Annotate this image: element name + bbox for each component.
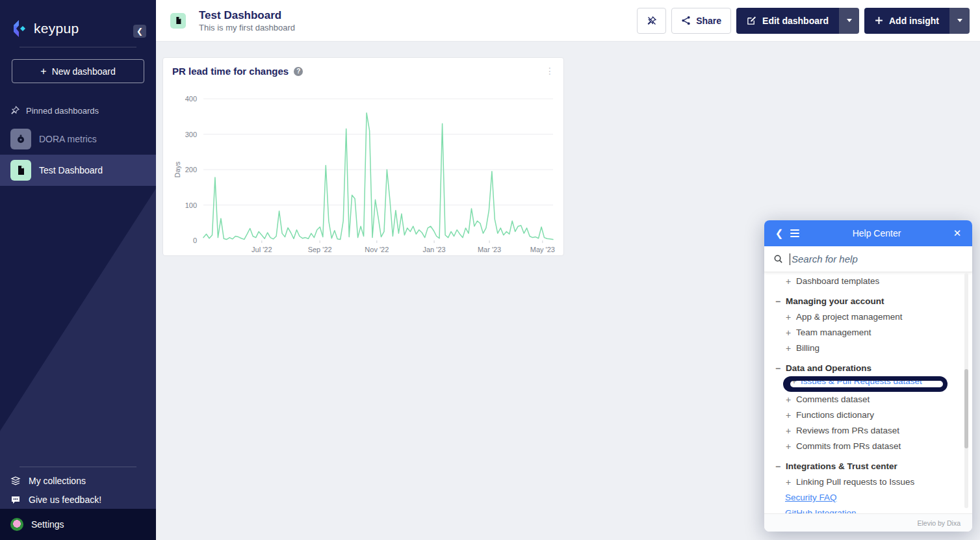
edit-dashboard-dropdown[interactable] [839,8,859,34]
search-icon [773,254,783,264]
unpin-button[interactable] [637,8,666,34]
help-item[interactable]: +Linking Pull requests to Issues [764,474,972,490]
collapse-minus-icon: − [775,361,786,376]
help-item[interactable]: +Functions dictionary [764,407,972,423]
expand-plus-icon: + [786,274,796,289]
share-icon [681,16,691,25]
svg-text:Jul '22: Jul '22 [251,246,272,253]
expand-plus-icon: + [786,325,796,341]
help-link[interactable]: Security FAQ [764,490,972,506]
unpin-icon [647,16,657,26]
svg-text:0: 0 [193,237,197,244]
edit-dashboard-button-group: Edit dashboard [736,8,859,34]
expand-plus-icon: + [786,439,796,454]
sidebar-item-test-dashboard[interactable]: Test Dashboard [0,155,156,186]
svg-text:100: 100 [185,201,197,209]
svg-text:200: 200 [185,166,197,174]
chart-help-icon[interactable]: ? [294,67,303,76]
chart-card: PR lead time for changes ? ⋮ 01002003004… [162,57,564,256]
settings-item[interactable]: Settings [0,509,156,540]
help-search-input[interactable] [792,253,963,264]
svg-text:Nov '22: Nov '22 [365,246,389,253]
page-header: Test Dashboard This is my first dashboar… [156,0,980,42]
help-section-header[interactable]: −Data and Operations [764,361,972,376]
sidebar-bottom-divider [19,467,136,467]
caret-down-icon [957,19,962,22]
help-center-header: ❮ Help Center ✕ [764,220,972,246]
dora-metrics-icon [10,129,31,149]
pinned-dashboards-label: Pinned dashboards [0,97,156,123]
sidebar: keypup ❮ + New dashboard Pinned dashboar… [0,0,156,540]
help-item-highlighted[interactable]: +Issues & Pull Requests dataset [783,376,948,392]
new-dashboard-button[interactable]: + New dashboard [12,59,144,83]
expand-plus-icon: + [786,474,796,490]
plus-icon: + [40,66,46,77]
help-item[interactable]: +Dashboard templates [764,274,972,289]
expand-plus-icon: + [786,407,796,423]
page-subtitle: This is my first dashboard [199,23,295,32]
help-section-header[interactable]: −Integrations & Trust center [764,459,972,474]
user-avatar [10,518,23,531]
help-scrollbar-track[interactable] [964,273,968,508]
collapse-minus-icon: − [775,459,786,474]
help-center-panel: ❮ Help Center ✕ +Dashboard templates−Man… [764,220,972,532]
pr-lead-time-chart: 0100200300400Jul '22Sep '22Nov '22Jan '2… [163,77,563,265]
collapse-minus-icon: − [775,294,786,309]
collections-stack-icon [10,476,21,486]
expand-plus-icon: + [786,392,796,407]
my-collections-link[interactable]: My collections [0,471,156,490]
expand-plus-icon: + [786,309,796,325]
caret-down-icon [847,19,852,22]
svg-text:May '23: May '23 [530,246,555,253]
logo-text: keypup [34,21,79,36]
help-center-title: Help Center [803,228,950,238]
help-footer: Elevio by Dixa [764,513,972,532]
help-item[interactable]: +Team management [764,325,972,341]
page-title-block: Test Dashboard This is my first dashboar… [199,8,295,32]
svg-text:300: 300 [185,131,197,138]
edit-dashboard-button[interactable]: Edit dashboard [736,8,839,34]
sidebar-divider [19,47,136,47]
logo: keypup ❮ [0,0,156,38]
plus-icon [875,16,883,25]
svg-text:Days: Days [174,161,181,178]
svg-text:Jan '23: Jan '23 [423,246,446,253]
help-section-header[interactable]: −Managing your account [764,294,972,309]
menu-icon[interactable] [786,229,803,237]
edit-icon [747,16,756,25]
share-button[interactable]: Share [671,8,731,34]
give-feedback-link[interactable]: Give us feedback! [0,490,156,509]
back-icon[interactable]: ❮ [772,227,786,239]
add-insight-button-group: Add insight [864,8,970,34]
help-link[interactable]: GitHub Integration [764,506,972,513]
sidebar-collapse-button[interactable]: ❮ [133,25,146,38]
sidebar-item-dora-metrics[interactable]: DORA metrics [0,123,156,155]
elevio-branding: Elevio by Dixa [917,519,961,527]
svg-text:400: 400 [185,95,197,103]
help-scrollbar-thumb[interactable] [964,369,968,448]
add-insight-dropdown[interactable] [949,8,970,34]
help-item[interactable]: +App & project management [764,309,972,325]
help-item[interactable]: +Comments dataset [764,392,972,407]
help-item[interactable]: +Reviews from PRs dataset [764,423,972,439]
keypup-logo-icon [10,19,29,38]
help-article-list: +Dashboard templates−Managing your accou… [764,272,972,513]
help-search-row [764,246,972,272]
help-item[interactable]: +Commits from PRs dataset [764,439,972,454]
page-title: Test Dashboard [199,8,295,23]
text-cursor [790,253,790,265]
feedback-bubble-icon [10,495,21,505]
add-insight-button[interactable]: Add insight [864,8,949,34]
expand-plus-icon: + [786,423,796,439]
svg-text:Mar '23: Mar '23 [478,246,501,253]
help-item[interactable]: +Billing [764,341,972,356]
expand-plus-icon: + [786,341,796,356]
pin-icon [10,106,19,115]
chart-menu-ellipsis-icon[interactable]: ⋮ [545,70,554,73]
svg-text:Sep '22: Sep '22 [308,246,332,253]
dashboard-doc-icon [10,160,31,181]
chart-title: PR lead time for changes [172,66,289,77]
header-actions: Share Edit dashboard [637,8,970,34]
page-doc-icon [170,13,186,29]
close-icon[interactable]: ✕ [950,227,964,239]
